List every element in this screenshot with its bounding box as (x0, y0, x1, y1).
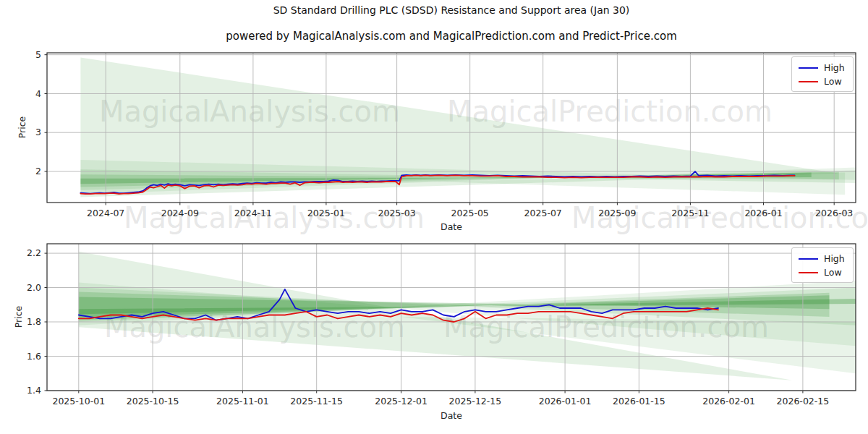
x-tick-label: 2025-09 (598, 208, 636, 218)
x-tick-label: 2025-03 (378, 208, 415, 218)
x-tick-label: 2025-11 (671, 208, 709, 218)
y-tick-label: 5 (9, 49, 41, 60)
low-line-swatch (799, 81, 818, 82)
legend-entry-low: Low (792, 265, 853, 279)
y-tick-label: 2 (9, 166, 41, 176)
y-tick-label: 3 (9, 127, 41, 137)
x-tick-label: 2026-03 (815, 208, 853, 218)
legend-label-high: High (824, 253, 845, 264)
y-tick-label: 4 (9, 88, 41, 99)
high-line-swatch (799, 67, 818, 69)
legend-entry-low: Low (792, 75, 853, 88)
x-tick-label: 2025-10-15 (127, 396, 179, 407)
plot-canvas (0, 0, 868, 434)
x-axis-label-top: Date (47, 221, 856, 232)
x-axis-label-bottom: Date (47, 410, 856, 421)
y-tick-label: 2.0 (9, 282, 41, 293)
x-tick-label: 2025-11-01 (216, 396, 269, 407)
x-tick-label: 2026-02-01 (702, 396, 755, 407)
x-tick-label: 2024-09 (161, 208, 199, 218)
x-tick-label: 2025-07 (524, 208, 562, 218)
x-tick-label: 2026-01 (744, 208, 782, 218)
x-tick-label: 2024-11 (234, 208, 272, 218)
y-tick-label: 1.8 (9, 316, 41, 327)
x-tick-label: 2025-10-01 (52, 396, 105, 407)
legend-bottom: High Low (791, 247, 854, 283)
legend-label-low: Low (824, 76, 842, 87)
high-line-swatch (799, 258, 818, 260)
y-tick-label: 1.4 (9, 385, 41, 396)
x-tick-label: 2025-01 (307, 208, 345, 218)
x-tick-label: 2025-12-15 (449, 396, 502, 407)
legend-label-low: Low (824, 267, 842, 278)
legend-entry-high: High (792, 61, 853, 75)
legend-label-high: High (824, 62, 845, 73)
y-tick-label: 1.6 (9, 351, 41, 362)
y-tick-label: 2.2 (9, 247, 41, 258)
x-tick-label: 2025-11-15 (290, 396, 343, 407)
low-line-swatch (799, 272, 818, 273)
legend-entry-high: High (792, 252, 853, 265)
x-tick-label: 2026-01-15 (613, 396, 665, 407)
x-tick-label: 2026-01-01 (539, 396, 592, 407)
x-tick-label: 2024-07 (87, 208, 124, 218)
legend-top: High Low (791, 56, 854, 92)
x-tick-label: 2025-12-01 (375, 396, 427, 407)
x-tick-label: 2026-02-15 (777, 396, 830, 407)
x-tick-label: 2025-05 (451, 208, 489, 218)
figure: SD Standard Drilling PLC (SDSD) Resistan… (0, 0, 868, 434)
